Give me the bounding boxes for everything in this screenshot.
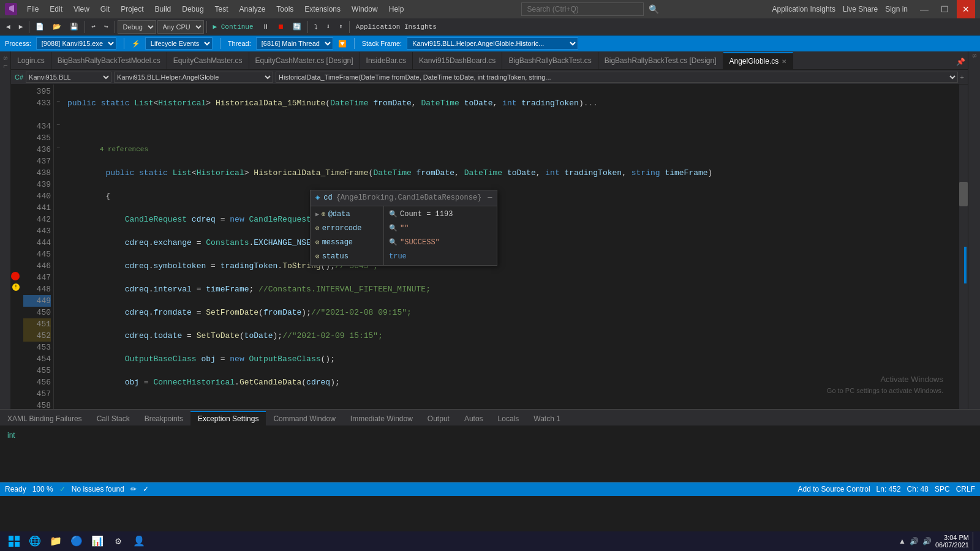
menu-git[interactable]: Git: [96, 4, 115, 15]
toolbar-forward[interactable]: ▶: [15, 21, 27, 32]
scrollbar-vertical[interactable]: [959, 84, 968, 409]
namespace-dropdown[interactable]: Kanvi915.BLL: [26, 72, 111, 83]
tooltip-collapse-btn[interactable]: —: [488, 192, 492, 204]
add-source-control-btn[interactable]: Add to Source Control: [797, 485, 870, 493]
taskbar-ie-btn[interactable]: 🌐: [26, 532, 44, 550]
lifecycle-dropdown[interactable]: Lifecycle Events: [145, 37, 213, 50]
live-visual-tree-icon[interactable]: L: [2, 65, 9, 68]
pause-btn[interactable]: ⏸: [258, 21, 273, 32]
bottom-tab-command[interactable]: Command Window: [266, 412, 342, 425]
taskbar-person-btn[interactable]: 👤: [130, 532, 148, 550]
menu-extensions[interactable]: Extensions: [300, 4, 345, 15]
tab-equity-design[interactable]: EquityCashMaster.cs [Design]: [249, 52, 360, 69]
toolbar-undo[interactable]: ↩: [88, 21, 99, 32]
menu-project[interactable]: Project: [116, 4, 148, 15]
minimize-btn[interactable]: —: [915, 0, 933, 18]
status-right: Add to Source Control Ln: 452 Ch: 48 SPC…: [797, 485, 975, 493]
menu-help[interactable]: Help: [384, 4, 409, 15]
stop-btn[interactable]: ⏹: [274, 21, 288, 32]
code-editor[interactable]: 395 433 ref 434 435 436 437 438 439 440 …: [11, 84, 968, 409]
menu-analyze[interactable]: Analyze: [235, 4, 271, 15]
solution-explorer-pin[interactable]: 📌: [954, 55, 968, 69]
solution-explorer-right-icon[interactable]: S: [971, 54, 978, 58]
tab-dashboard[interactable]: Kanvi915DashBoard.cs: [413, 52, 502, 69]
process-dropdown[interactable]: [9088] Kanvi915.exe: [36, 37, 116, 50]
menu-file[interactable]: File: [22, 4, 43, 15]
bottom-tab-locals[interactable]: Locals: [491, 412, 527, 425]
tab-bigbash-design[interactable]: BigBashRallyBackTest.cs [Design]: [598, 52, 723, 69]
debug-mode-dropdown[interactable]: Debug: [118, 20, 156, 34]
menu-test[interactable]: Test: [210, 4, 233, 15]
editor-area: Login.cs BigBashRallyBackTestModel.cs Eq…: [11, 51, 968, 409]
code-content[interactable]: public static List<Historical> Historica…: [62, 84, 959, 409]
tab-bigbash-test[interactable]: BigBashRallyBackTest.cs: [502, 52, 598, 69]
sign-in-btn[interactable]: Sign in: [885, 5, 908, 13]
gutter: 395 433 ref 434 435 436 437 438 439 440 …: [22, 84, 54, 409]
scrollbar-thumb[interactable]: [959, 182, 968, 206]
toolbar-open[interactable]: 📂: [49, 21, 65, 32]
system-clock[interactable]: 3:04 PM 06/07/2021: [935, 534, 969, 549]
restart-btn[interactable]: 🔄: [289, 21, 305, 32]
search-errorcode-icon[interactable]: 🔍: [389, 223, 398, 234]
menu-tools[interactable]: Tools: [271, 4, 298, 15]
menu-build[interactable]: Build: [150, 4, 176, 15]
tooltip-item-status[interactable]: ⊘ status: [311, 250, 383, 264]
toolbar-save-all[interactable]: 💾: [66, 21, 82, 32]
thread-dropdown[interactable]: [6816] Main Thread: [256, 37, 333, 50]
method-dropdown[interactable]: HistoricalData_TimeFrame(DateTime fromDa…: [276, 72, 958, 83]
menu-debug[interactable]: Debug: [177, 4, 208, 15]
search-message-icon[interactable]: 🔍: [389, 237, 398, 249]
taskbar-app1-btn[interactable]: 📊: [88, 532, 107, 550]
search-data-icon[interactable]: 🔍: [389, 209, 398, 220]
tab-equity-master[interactable]: EquityCashMaster.cs: [167, 52, 249, 69]
tooltip-item-message[interactable]: ⊘ message: [311, 236, 383, 250]
tooltip-item-data[interactable]: ▶ ⊕ @data: [311, 208, 383, 222]
toolbar-redo[interactable]: ↪: [100, 21, 112, 32]
menu-view[interactable]: View: [69, 4, 94, 15]
bottom-tab-autos[interactable]: Autos: [457, 412, 491, 425]
status-zoom[interactable]: 100 %: [32, 485, 53, 493]
bottom-tab-breakpoints[interactable]: Breakpoints: [137, 412, 190, 425]
continue-btn[interactable]: ▶ Continue: [209, 21, 257, 32]
filter-icon: 🔽: [338, 40, 347, 48]
maximize-btn[interactable]: ☐: [936, 0, 954, 18]
tab-close-angel[interactable]: ✕: [782, 58, 786, 65]
status-ch: Ch: 48: [907, 485, 929, 493]
app-insights-toolbar[interactable]: Application Insights: [352, 22, 440, 32]
code-line-443: obj = ConnectHistorical.GetCandleData(cd…: [67, 377, 954, 388]
app-insights-btn[interactable]: Application Insights: [772, 5, 835, 13]
tab-insidebar[interactable]: InsideBar.cs: [360, 52, 413, 69]
cpu-dropdown[interactable]: Any CPU: [157, 20, 204, 34]
svg-rect-3: [15, 542, 20, 547]
path-add-btn[interactable]: +: [960, 73, 964, 81]
toolbar-new[interactable]: 📄: [32, 21, 48, 32]
windows-start-btn[interactable]: [5, 532, 23, 550]
bottom-tab-exception[interactable]: Exception Settings: [190, 411, 266, 425]
stack-dropdown[interactable]: Kanvi915.BLL.Helper.AngelGloble.Historic…: [407, 37, 578, 50]
menu-window[interactable]: Window: [347, 4, 383, 15]
toolbar-back[interactable]: ◀: [2, 21, 14, 32]
code-line-437: cdreq.exchange = Constants.EXCHANGE_NSE;: [67, 237, 954, 249]
taskbar-show-desktop[interactable]: [973, 532, 975, 550]
step-out-btn[interactable]: ⬆: [335, 21, 347, 32]
menu-edit[interactable]: Edit: [45, 4, 67, 15]
solution-explorer-icon[interactable]: S: [2, 56, 9, 60]
bottom-tab-callstack[interactable]: Call Stack: [89, 412, 137, 425]
tab-bigbash-model[interactable]: BigBashRallyBackTestModel.cs: [51, 52, 167, 69]
bottom-tab-output[interactable]: Output: [420, 412, 457, 425]
bottom-tab-immediate[interactable]: Immediate Window: [343, 412, 420, 425]
bottom-tab-xaml[interactable]: XAML Binding Failures: [0, 412, 89, 425]
step-into-btn[interactable]: ⬇: [323, 21, 334, 32]
tooltip-item-errorcode[interactable]: ⊘ errorcode: [311, 222, 383, 236]
live-share-btn[interactable]: Live Share: [843, 5, 878, 13]
member-dropdown[interactable]: Kanvi915.BLL.Helper.AngelGloble: [114, 72, 273, 83]
close-btn[interactable]: ✕: [957, 0, 975, 18]
step-over-btn[interactable]: ⤵: [311, 21, 322, 32]
taskbar-explorer-btn[interactable]: 📁: [47, 532, 65, 550]
tab-angel-globe[interactable]: AngelGloble.cs ✕: [723, 52, 794, 69]
taskbar-vs-btn[interactable]: ⚙: [109, 532, 127, 550]
search-input[interactable]: [521, 2, 644, 16]
bottom-tab-watch1[interactable]: Watch 1: [526, 412, 568, 425]
tab-login[interactable]: Login.cs: [11, 52, 51, 69]
taskbar-chrome-btn[interactable]: 🔵: [67, 532, 86, 550]
